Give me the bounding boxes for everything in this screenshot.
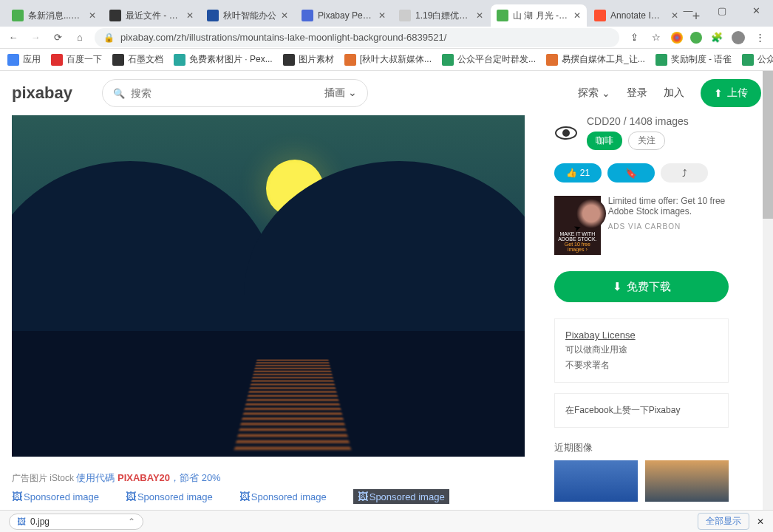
close-icon[interactable]: ✕ — [89, 10, 96, 21]
back-button[interactable]: ← — [6, 32, 21, 43]
svg-point-1 — [562, 129, 570, 137]
maximize-button[interactable]: ▢ — [705, 0, 739, 21]
bookmark-favicon — [283, 54, 295, 66]
chevron-down-icon: ⌄ — [348, 86, 357, 98]
bookmark-item[interactable]: 公众平台定时群发... — [442, 53, 536, 66]
sponsored-link[interactable]: 使用代碼 — [76, 472, 118, 483]
bookmark-favicon — [655, 54, 667, 66]
follow-button[interactable]: 关注 — [628, 132, 665, 150]
sponsored-code: PIXABAY20 — [118, 472, 170, 483]
minimize-button[interactable]: — — [671, 0, 705, 21]
bookmark-favicon — [344, 54, 356, 66]
recent-image[interactable] — [645, 460, 729, 502]
bookmark-item[interactable]: 百度一下 — [51, 53, 102, 66]
main-image[interactable] — [12, 115, 525, 457]
main-content: 广告图片 iStock 使用代碼 PIXABAY20，節省 20% Sponso… — [0, 115, 773, 504]
tab-title: 山 湖 月光 - Pix — [513, 10, 569, 22]
login-link[interactable]: 登录 — [627, 86, 647, 100]
ad-text: Limited time offer: Get 10 free Adobe St… — [608, 196, 729, 216]
tab-5-active[interactable]: 山 湖 月光 - Pix✕ — [491, 4, 587, 27]
close-icon[interactable]: ✕ — [573, 10, 581, 21]
show-all-downloads[interactable]: 全部显示 — [698, 513, 749, 530]
chevron-down-icon: ⌄ — [602, 87, 610, 99]
share-icon[interactable]: ⇪ — [627, 30, 641, 45]
close-window-button[interactable]: ✕ — [739, 0, 773, 21]
bookmark-item[interactable]: 免费素材图片 · Pex... — [174, 53, 273, 66]
download-button[interactable]: ⬇免费下载 — [554, 271, 729, 302]
facebook-box[interactable]: 在Facebook上赞一下Pixabay — [554, 393, 729, 428]
tab-favicon — [497, 10, 508, 21]
bookmark-item[interactable]: 奖励制度 - 语雀 — [655, 53, 732, 66]
bookmark-item[interactable]: [秋叶大叔新媒体... — [344, 53, 432, 66]
bookmark-item[interactable]: 公众号 — [742, 53, 773, 66]
url-input[interactable]: 🔒 pixabay.com/zh/illustrations/mountains… — [95, 28, 619, 47]
upload-button[interactable]: ⬆上传 — [701, 79, 761, 107]
close-icon[interactable]: ✕ — [476, 10, 483, 21]
bookmark-button[interactable]: 🔖 — [607, 163, 655, 183]
home-button[interactable]: ⌂ — [72, 32, 87, 43]
sponsored-image[interactable]: Sponsored image — [126, 489, 213, 504]
license-line: 可以做商业用途 — [565, 344, 718, 356]
scroll-thumb[interactable] — [763, 71, 773, 219]
ext1-icon[interactable] — [671, 32, 683, 44]
bookmark-favicon — [546, 54, 558, 66]
scrollbar[interactable] — [763, 71, 773, 510]
bookmark-item[interactable]: 石墨文档 — [112, 53, 163, 66]
recent-images — [554, 460, 729, 502]
page-content: pixabay 🔍 插画 ⌄ 探索⌄ 登录 加入 ⬆上传 广告图片 iStock — [0, 71, 773, 510]
bookmark-item[interactable]: 易撰自媒体工具_让... — [546, 53, 645, 66]
bookmark-favicon — [51, 54, 63, 66]
tab-favicon — [12, 10, 24, 21]
search-input[interactable] — [131, 87, 319, 99]
tab-favicon — [109, 10, 121, 21]
close-icon[interactable]: ✕ — [378, 10, 386, 21]
search-box[interactable]: 🔍 插画 ⌄ — [102, 79, 368, 107]
bookmark-star-icon[interactable]: ☆ — [649, 30, 664, 45]
close-icon[interactable]: ✕ — [281, 10, 288, 21]
forward-button[interactable]: → — [28, 32, 43, 43]
file-icon: 🖼 — [17, 516, 26, 527]
tab-3[interactable]: Pixabay Pexels✕ — [296, 4, 392, 27]
tab-4[interactable]: 1.19白嫖优质资✕ — [393, 4, 489, 27]
tab-title: 条新消息...收到 — [28, 10, 84, 22]
author-avatar[interactable] — [554, 126, 578, 140]
sponsored-label: 广告图片 iStock — [12, 473, 76, 483]
ext2-icon[interactable] — [690, 32, 702, 44]
search-type-dropdown[interactable]: 插画 ⌄ — [324, 86, 357, 100]
author-name[interactable]: CDD20 / 1408 images — [587, 115, 689, 127]
tab-0[interactable]: 条新消息...收到✕ — [6, 4, 102, 27]
close-icon[interactable]: ✕ — [186, 10, 194, 21]
menu-icon[interactable]: ⋮ — [752, 30, 767, 45]
reload-button[interactable]: ⟳ — [50, 32, 65, 43]
extensions-icon[interactable]: 🧩 — [709, 30, 724, 45]
search-icon: 🔍 — [113, 88, 125, 99]
like-button[interactable]: 👍21 — [554, 163, 602, 183]
explore-link[interactable]: 探索⌄ — [578, 86, 610, 100]
sponsored-image[interactable]: Sponsored image — [12, 489, 99, 504]
recent-image[interactable] — [554, 460, 638, 502]
profile-icon[interactable] — [732, 31, 745, 44]
sponsored-image[interactable]: Sponsored image — [353, 489, 449, 504]
ad-image: MAKE IT WITH ADOBE STOCK. Get 10 free im… — [554, 196, 601, 255]
download-item[interactable]: 🖼 0.jpg ⌃ — [9, 514, 143, 530]
ad-card[interactable]: MAKE IT WITH ADOBE STOCK. Get 10 free im… — [554, 196, 729, 255]
chevron-up-icon[interactable]: ⌃ — [128, 516, 135, 527]
bookmark-apps[interactable]: 应用 — [7, 53, 41, 66]
tab-favicon — [399, 10, 411, 21]
license-link[interactable]: Pixabay License — [565, 330, 636, 341]
upload-icon: ⬆ — [714, 87, 723, 99]
tab-6[interactable]: Annotate Imag✕ — [588, 4, 684, 27]
sponsored-image[interactable]: Sponsored image — [239, 489, 327, 504]
sponsored-row: 广告图片 iStock 使用代碼 PIXABAY20，節省 20% Sponso… — [12, 464, 525, 504]
logo[interactable]: pixabay — [12, 83, 72, 103]
tab-title: 1.19白嫖优质资 — [415, 10, 471, 22]
bookmark-favicon — [174, 54, 185, 66]
tab-2[interactable]: 秋叶智能办公✕ — [201, 4, 294, 27]
coffee-button[interactable]: 咖啡 — [587, 132, 622, 150]
close-downloads-icon[interactable]: ✕ — [757, 516, 764, 527]
bookmark-favicon — [742, 54, 754, 66]
share-button[interactable]: ⤴ — [661, 163, 708, 183]
join-link[interactable]: 加入 — [664, 86, 684, 100]
tab-1[interactable]: 最近文件 - 石墨✕ — [103, 4, 200, 27]
bookmark-item[interactable]: 图片素材 — [283, 53, 334, 66]
